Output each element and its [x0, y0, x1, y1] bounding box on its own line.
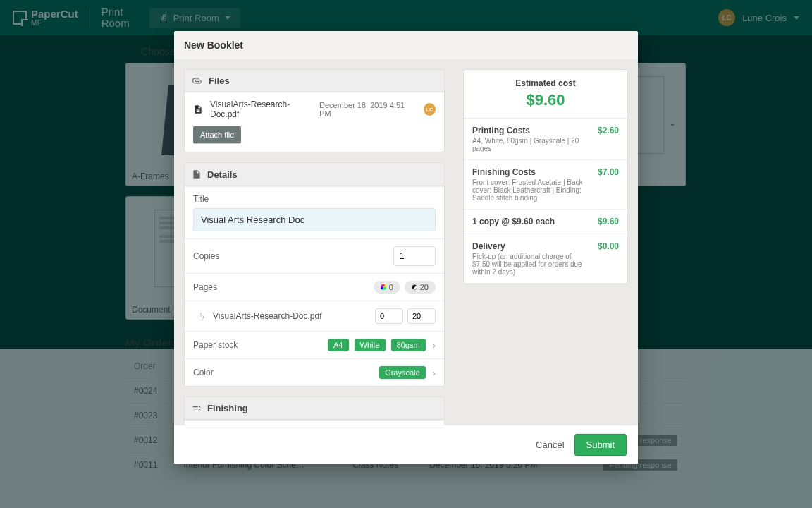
chevron-right-icon: › — [433, 340, 436, 351]
cost-line-name: Printing Costs — [472, 126, 591, 135]
pages-bw-pill: 20 — [405, 281, 436, 294]
files-heading: Files — [209, 75, 230, 86]
bw-dot-icon — [412, 284, 417, 290]
submit-button[interactable]: Submit — [574, 434, 627, 456]
attachment-icon — [192, 76, 203, 86]
cost-line-name: Finishing Costs — [472, 167, 591, 177]
cancel-button[interactable]: Cancel — [536, 440, 564, 450]
cost-summary: Estimated cost $9.60 Printing CostsA4, W… — [463, 69, 628, 284]
chip-80gsm: 80gsm — [391, 339, 426, 351]
file-row[interactable]: VisualArts-Research-Doc.pdf December 18,… — [185, 92, 444, 126]
tune-icon — [192, 404, 202, 413]
chevron-right-icon: › — [433, 368, 436, 378]
pages-label: Pages — [193, 282, 217, 292]
cost-line-price: $2.60 — [598, 126, 619, 152]
document-icon — [193, 104, 203, 115]
cost-line-price: $9.60 — [598, 217, 619, 226]
modal-overlay: New Booklet Files VisualArts-Research-Do… — [0, 0, 812, 508]
cost-total: $9.60 — [472, 91, 619, 109]
copies-label: Copies — [193, 251, 219, 261]
chip-white: White — [355, 339, 386, 351]
details-section: Details Title Copies Pages — [184, 162, 445, 387]
cost-line: Printing CostsA4, White, 80gsm | Graysca… — [464, 119, 627, 160]
attach-file-button[interactable]: Attach file — [193, 126, 241, 143]
finishing-heading: Finishing — [207, 403, 248, 413]
subfile-row: ↳ VisualArts-Research-Doc.pdf — [185, 301, 444, 331]
title-label: Title — [193, 194, 436, 204]
color-label: Color — [193, 368, 214, 377]
cost-line: 1 copy @ $9.60 each$9.60 — [464, 210, 627, 234]
file-date: December 18, 2019 4:51 PM — [319, 101, 412, 118]
title-input[interactable] — [193, 208, 436, 231]
cost-line-name: 1 copy @ $9.60 each — [472, 217, 555, 226]
document-icon — [192, 169, 202, 180]
cost-line-price: $0.00 — [598, 241, 619, 276]
paper-stock-label: Paper stock — [193, 340, 238, 350]
paper-stock-row[interactable]: Paper stock A4 White 80gsm › — [185, 331, 444, 358]
cost-line-desc: Pick-up (an additional charge of $7.50 w… — [472, 253, 591, 276]
details-heading: Details — [207, 169, 238, 180]
cost-line-name: Delivery — [472, 241, 591, 251]
indent-arrow-icon: ↳ — [199, 311, 206, 321]
front-cover-row[interactable]: Front cover Frosted Acetate › — [185, 420, 444, 425]
cost-line-desc: Front cover: Frosted Acetate | Back cove… — [472, 179, 591, 202]
color-dot-icon — [381, 284, 386, 290]
modal-footer: Cancel Submit — [174, 425, 638, 464]
files-section: Files VisualArts-Research-Doc.pdf Decemb… — [184, 69, 445, 152]
pages-color-pill: 0 — [374, 281, 400, 294]
copies-input[interactable] — [393, 246, 436, 266]
subfile-bw-input[interactable] — [407, 308, 436, 324]
cost-line-desc: A4, White, 80gsm | Grayscale | 20 pages — [472, 137, 591, 152]
cost-line-price: $7.00 — [598, 167, 619, 202]
subfile-name: VisualArts-Research-Doc.pdf — [213, 311, 322, 321]
file-name: VisualArts-Research-Doc.pdf — [210, 99, 312, 119]
modal-title: New Booklet — [174, 31, 638, 59]
finishing-section: Finishing Front cover Frosted Acetate › … — [184, 397, 445, 425]
chip-a4: A4 — [328, 339, 348, 351]
cost-line: DeliveryPick-up (an additional charge of… — [464, 234, 627, 284]
subfile-color-input[interactable] — [375, 308, 403, 324]
cost-line: Finishing CostsFront cover: Frosted Acet… — [464, 160, 627, 210]
cost-heading: Estimated cost — [472, 78, 619, 88]
chip-grayscale: Grayscale — [379, 366, 426, 379]
file-owner-avatar: LC — [424, 103, 436, 116]
color-row[interactable]: Color Grayscale › — [185, 358, 444, 386]
new-booklet-modal: New Booklet Files VisualArts-Research-Do… — [174, 31, 638, 464]
